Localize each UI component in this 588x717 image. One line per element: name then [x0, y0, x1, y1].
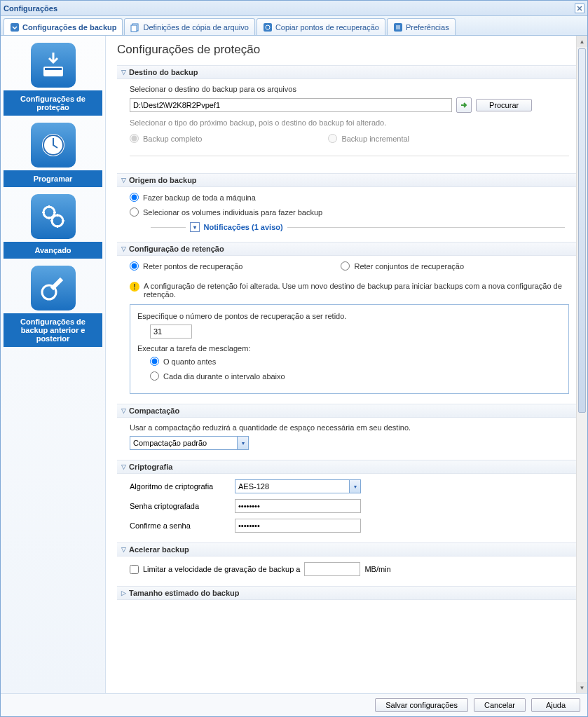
scroll-thumb[interactable] — [578, 48, 586, 413]
page-title: Configurações de proteção — [117, 43, 576, 57]
merge-label: Executar a tarefa de mesclagem: — [137, 344, 561, 353]
radio-recovery-points[interactable]: Reter pontos de recuperação — [130, 261, 242, 271]
tab-backup-settings[interactable]: Configurações de backup — [4, 18, 123, 35]
svg-rect-2 — [131, 25, 137, 32]
sidebar-item-prepost[interactable]: Configurações de backup anterior e poste… — [1, 259, 105, 347]
section-body-dest: Selecionar o destino do backup para os a… — [117, 85, 576, 173]
tab-label: Configurações de backup — [22, 23, 116, 32]
svg-rect-13 — [50, 278, 62, 290]
sidebar-item-advanced[interactable]: Avançado — [1, 187, 105, 259]
sidebar-label: Configurações de proteção — [4, 90, 102, 116]
dest-path-input[interactable] — [130, 98, 452, 112]
sidebar-item-protection[interactable]: Configurações de proteção — [1, 36, 105, 116]
save-button[interactable]: Salvar configurações — [375, 698, 468, 712]
section-header-retention[interactable]: ▽ Configuração de retenção — [117, 242, 576, 256]
scroll-up-button[interactable]: ▲ — [577, 36, 587, 47]
radio-merge-asap[interactable]: O quanto antes — [150, 357, 561, 366]
chevron-down-icon: ▽ — [121, 546, 126, 553]
section-body-source: Fazer backup de toda a máquina Seleciona… — [117, 193, 576, 242]
throttle-checkbox[interactable] — [130, 565, 139, 574]
radio-label: O quanto antes — [163, 357, 216, 366]
radio-full-backup[interactable]: Backup completo — [130, 134, 202, 143]
confirm-label: Confirme a senha — [130, 521, 228, 530]
radio-input-select-volumes[interactable] — [130, 207, 139, 217]
dest-go-button[interactable] — [456, 97, 472, 113]
compression-combo[interactable]: Compactação padrão ▾ — [130, 436, 249, 450]
combo-value: AES-128 — [238, 482, 269, 491]
chevron-down-icon: ▾ — [349, 480, 360, 493]
tab-file-copy[interactable]: Definições de cópia de arquivo — [124, 18, 254, 35]
divider — [287, 227, 565, 228]
advanced-icon — [31, 194, 76, 239]
tab-copy-recovery[interactable]: Copiar pontos de recuperação — [257, 18, 385, 35]
radio-label: Fazer backup de toda a máquina — [143, 193, 256, 202]
svg-rect-7 — [45, 68, 62, 70]
section-title: Compactação — [129, 407, 179, 415]
radio-label: Backup incremental — [341, 135, 409, 143]
sidebar-label: Configurações de backup anterior e poste… — [4, 313, 102, 347]
radio-label: Selecionar os volumes individuais para f… — [143, 208, 322, 217]
radio-input-full[interactable] — [130, 134, 139, 143]
copy-recovery-icon — [263, 22, 273, 32]
cancel-button[interactable]: Cancelar — [474, 698, 526, 712]
chevron-down-icon: ▽ — [121, 407, 126, 414]
vertical-scrollbar[interactable]: ▲ ▼ — [576, 36, 587, 693]
schedule-icon — [31, 123, 76, 168]
section-header-compression[interactable]: ▽ Compactação — [117, 404, 576, 418]
section-title: Configuração de retenção — [129, 245, 224, 253]
chevron-down-icon: ▾ — [193, 224, 196, 231]
radio-input-recovery-sets[interactable] — [341, 261, 350, 271]
radio-recovery-sets[interactable]: Reter conjuntos de recuperação — [341, 261, 464, 271]
radio-label: Reter pontos de recuperação — [143, 262, 242, 271]
footer: Salvar configurações Cancelar Ajuda — [1, 693, 587, 716]
svg-point-11 — [52, 215, 63, 226]
content-wrap: Configurações de proteção ▽ Destino do b… — [106, 36, 587, 693]
section-header-encryption[interactable]: ▽ Criptografia — [117, 460, 576, 474]
radio-input-merge-daily[interactable] — [150, 371, 159, 381]
compression-hint: Usar a compactação reduzirá a quantidade… — [130, 423, 569, 432]
section-header-dest[interactable]: ▽ Destino do backup — [117, 65, 576, 79]
close-button[interactable] — [575, 4, 584, 13]
preferences-icon — [393, 22, 403, 32]
radio-incremental-backup[interactable]: Backup incremental — [328, 134, 409, 143]
svg-rect-0 — [11, 23, 19, 32]
tab-preferences[interactable]: Preferências — [387, 18, 456, 35]
throttle-unit: MB/min — [364, 565, 390, 573]
retention-box: Especifique o número de pontos de recupe… — [130, 304, 569, 394]
titlebar: Configurações — [1, 1, 587, 16]
help-button[interactable]: Ajuda — [531, 698, 580, 712]
scroll-down-button[interactable]: ▼ — [577, 682, 587, 693]
confirm-input[interactable] — [235, 519, 361, 533]
notifications-toggle[interactable]: ▾ — [190, 222, 200, 232]
password-input[interactable] — [235, 499, 361, 513]
section-title: Origem do backup — [129, 176, 197, 184]
divider — [130, 156, 569, 156]
notifications-label[interactable]: Notificações (1 aviso) — [204, 223, 283, 231]
section-header-estimate[interactable]: ▷ Tamanho estimado do backup — [117, 586, 576, 600]
sidebar-item-schedule[interactable]: Programar — [1, 116, 105, 187]
prepost-icon — [31, 266, 76, 310]
sidebar-label: Programar — [4, 170, 102, 187]
radio-input-incremental[interactable] — [328, 134, 337, 143]
retention-count-input[interactable] — [150, 325, 192, 339]
radio-select-volumes[interactable]: Selecionar os volumes individuais para f… — [130, 207, 569, 217]
specify-label: Especifique o número de pontos de recupe… — [137, 312, 561, 320]
section-header-throttle[interactable]: ▽ Acelerar backup — [117, 542, 576, 556]
throttle-value-input[interactable] — [304, 562, 360, 576]
browse-button[interactable]: Procurar — [476, 99, 532, 111]
section-title: Acelerar backup — [129, 545, 189, 554]
radio-full-machine[interactable]: Fazer backup de toda a máquina — [130, 193, 569, 202]
radio-input-recovery-points[interactable] — [130, 261, 139, 271]
radio-input-merge-asap[interactable] — [150, 357, 159, 366]
radio-merge-daily[interactable]: Cada dia durante o intervalo abaixo — [150, 371, 561, 381]
tab-label: Copiar pontos de recuperação — [275, 23, 379, 32]
chevron-down-icon: ▽ — [121, 177, 126, 184]
algo-combo[interactable]: AES-128 ▾ — [235, 479, 361, 493]
section-body-compression: Usar a compactação reduzirá a quantidade… — [117, 423, 576, 460]
section-header-source[interactable]: ▽ Origem do backup — [117, 173, 576, 187]
divider — [151, 227, 186, 228]
radio-input-full-machine[interactable] — [130, 193, 139, 202]
section-body-retention: Reter pontos de recuperação Reter conjun… — [117, 261, 576, 404]
password-label: Senha criptografada — [130, 502, 228, 510]
backup-settings-icon — [10, 22, 20, 32]
